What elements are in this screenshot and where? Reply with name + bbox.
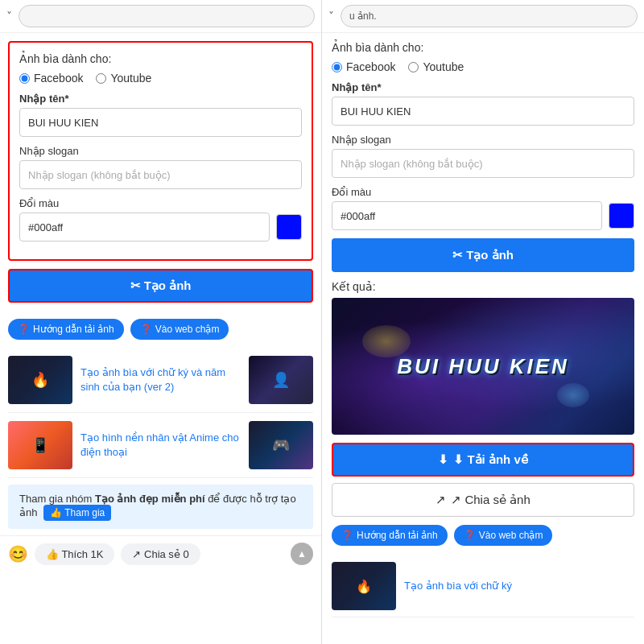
right-top-bar: ˅ xyxy=(322,0,644,33)
left-color-row xyxy=(19,213,302,242)
right-chevron-icon: ˅ xyxy=(328,10,334,23)
right-suggestion-1[interactable]: 🔥 Tạo ảnh bìa với chữ ký xyxy=(332,555,634,617)
right-panel: ˅ Ảnh bìa dành cho: Facebook Youtube Nhậ… xyxy=(322,0,644,644)
result-name-text: BUI HUU KIEN xyxy=(397,354,569,379)
left-suggestion-text-1: Tạo ảnh bìa với chữ ký và năm sinh của b… xyxy=(80,365,241,394)
share-image-button[interactable]: ↗ ↗ Chia sẻ ảnh xyxy=(332,483,634,517)
right-radio-youtube[interactable] xyxy=(408,62,419,72)
left-radio-youtube-label[interactable]: Youtube xyxy=(96,72,151,85)
fire-icon: 🔥 xyxy=(31,371,49,389)
particle-1 xyxy=(362,325,411,357)
right-slow-web-btn[interactable]: ❓ Vào web chậm xyxy=(454,525,553,546)
left-suggestion-2[interactable]: 📱 Tạo hình nền nhân vật Anime cho điện t… xyxy=(8,413,313,478)
right-radio-facebook[interactable] xyxy=(332,62,342,72)
chevron-up-icon: ▲ xyxy=(297,548,307,559)
scroll-top-button[interactable]: ▲ xyxy=(291,543,313,565)
like-label: 👍 Thích 1K xyxy=(46,548,103,560)
right-question-icon-2: ❓ xyxy=(464,530,476,541)
left-thumb-right-2: 🎮 xyxy=(249,421,313,469)
fb-join-button[interactable]: 👍 Tham gia xyxy=(43,505,111,521)
right-question-icon: ❓ xyxy=(341,530,353,541)
left-radio-youtube[interactable] xyxy=(96,73,106,84)
left-slow-web-btn[interactable]: ❓ Vào web chậm xyxy=(130,319,229,340)
download-label: ⬇ Tải ảnh về xyxy=(453,452,528,467)
left-action-links: ❓ Hướng dẫn tải ảnh ❓ Vào web chậm xyxy=(0,311,321,348)
left-radio-facebook[interactable] xyxy=(19,73,30,84)
share-label: ↗ Chia sẻ 0 xyxy=(132,548,188,560)
left-color-swatch[interactable] xyxy=(276,214,302,240)
guide-label: Hướng dẫn tải ảnh xyxy=(33,324,114,335)
left-thumb-2: 📱 xyxy=(8,421,72,469)
right-radio-group: Facebook Youtube xyxy=(332,60,634,73)
left-panel: ˅ Ảnh bìa dành cho: Facebook Youtube Nhậ… xyxy=(0,0,322,644)
right-color-label: Đổi màu xyxy=(332,186,634,198)
left-name-input[interactable] xyxy=(19,108,302,137)
left-thumb-right-1: 👤 xyxy=(249,356,313,404)
right-name-input[interactable] xyxy=(332,97,634,126)
left-facebook-label: Facebook xyxy=(34,72,83,85)
question-icon: ❓ xyxy=(18,324,30,335)
left-url-bar[interactable] xyxy=(19,5,315,27)
left-thumb-1: 🔥 xyxy=(8,356,72,404)
particle-2 xyxy=(557,383,589,407)
right-color-row xyxy=(332,201,634,230)
right-suggestions: 🔥 Tạo ảnh bìa với chữ ký xyxy=(332,552,634,621)
right-youtube-label: Youtube xyxy=(423,60,464,73)
left-color-input[interactable] xyxy=(19,213,270,242)
right-thumb-1: 🔥 xyxy=(332,562,396,610)
slow-web-label: Vào web chậm xyxy=(155,324,220,335)
question-icon-2: ❓ xyxy=(140,324,152,335)
left-slogan-input[interactable] xyxy=(19,160,302,189)
left-slogan-label: Nhập slogan xyxy=(19,145,302,157)
share-icon: ↗ xyxy=(436,493,446,507)
left-create-button[interactable]: ✂ Tạo ảnh xyxy=(8,269,313,303)
join-btn-label: 👍 Tham gia xyxy=(50,507,105,518)
left-form-section: Ảnh bìa dành cho: Facebook Youtube Nhập … xyxy=(8,41,313,261)
right-facebook-label: Facebook xyxy=(346,60,395,73)
right-create-label: ✂ Tạo ảnh xyxy=(452,248,514,262)
share-image-label: ↗ Chia sẻ ảnh xyxy=(451,493,530,507)
left-bottom-bar: 😊 👍 Thích 1K ↗ Chia sẻ 0 ▲ xyxy=(0,535,321,572)
right-content: Ảnh bìa dành cho: Facebook Youtube Nhập … xyxy=(322,33,644,629)
right-guide-label: Hướng dẫn tải ảnh xyxy=(357,530,438,541)
left-radio-group: Facebook Youtube xyxy=(19,72,302,85)
left-youtube-label: Youtube xyxy=(110,72,151,85)
join-bold: Tạo ảnh đẹp miễn phí xyxy=(95,493,205,505)
chevron-down-icon: ˅ xyxy=(6,10,12,23)
right-name-label: Nhập tên* xyxy=(332,81,634,93)
right-radio-facebook-label[interactable]: Facebook xyxy=(332,60,395,73)
fire-icon-2: 🔥 xyxy=(356,579,372,594)
left-create-btn-wrapper: ✂ Tạo ảnh xyxy=(8,269,313,303)
person-icon: 👤 xyxy=(272,371,290,389)
right-radio-youtube-label[interactable]: Youtube xyxy=(408,60,464,73)
left-guide-btn[interactable]: ❓ Hướng dẫn tải ảnh xyxy=(8,319,124,340)
result-label: Kết quả: xyxy=(332,280,634,293)
right-action-links: ❓ Hướng dẫn tải ảnh ❓ Vào web chậm xyxy=(332,525,634,546)
right-create-button[interactable]: ✂ Tạo ảnh xyxy=(332,238,634,272)
right-suggestion-text-1: Tạo ảnh bìa với chữ ký xyxy=(404,579,512,593)
right-slow-web-label: Vào web chậm xyxy=(479,530,543,541)
left-heading: Ảnh bìa dành cho: xyxy=(19,52,302,65)
right-url-bar[interactable] xyxy=(341,5,638,27)
left-suggestion-text-2: Tạo hình nền nhân vật Anime cho điện tho… xyxy=(80,431,241,460)
phone-icon: 📱 xyxy=(31,436,49,454)
game-icon: 🎮 xyxy=(272,436,290,454)
like-button[interactable]: 👍 Thích 1K xyxy=(35,543,114,565)
result-image: BUI HUU KIEN xyxy=(332,298,634,435)
right-slogan-input[interactable] xyxy=(332,149,634,178)
right-heading: Ảnh bìa dành cho: xyxy=(332,41,634,54)
left-radio-facebook-label[interactable]: Facebook xyxy=(19,72,83,85)
right-color-swatch[interactable] xyxy=(609,203,634,229)
left-color-label: Đổi màu xyxy=(19,197,302,209)
download-button[interactable]: ⬇ ⬇ Tải ảnh về xyxy=(332,443,634,477)
emoji-button[interactable]: 😊 xyxy=(8,544,28,564)
right-guide-btn[interactable]: ❓ Hướng dẫn tải ảnh xyxy=(332,525,448,546)
left-suggestion-1[interactable]: 🔥 Tạo ảnh bìa với chữ ký và năm sinh của… xyxy=(8,348,313,413)
left-suggestions: 🔥 Tạo ảnh bìa với chữ ký và năm sinh của… xyxy=(0,348,321,478)
left-share-button[interactable]: ↗ Chia sẻ 0 xyxy=(121,543,200,565)
left-join-banner: Tham gia nhóm Tạo ảnh đẹp miễn phí để đư… xyxy=(8,485,313,529)
join-text: Tham gia nhóm xyxy=(19,493,95,505)
right-color-input[interactable] xyxy=(332,201,602,230)
left-top-bar: ˅ xyxy=(0,0,321,33)
left-create-label: ✂ Tạo ảnh xyxy=(130,279,192,293)
